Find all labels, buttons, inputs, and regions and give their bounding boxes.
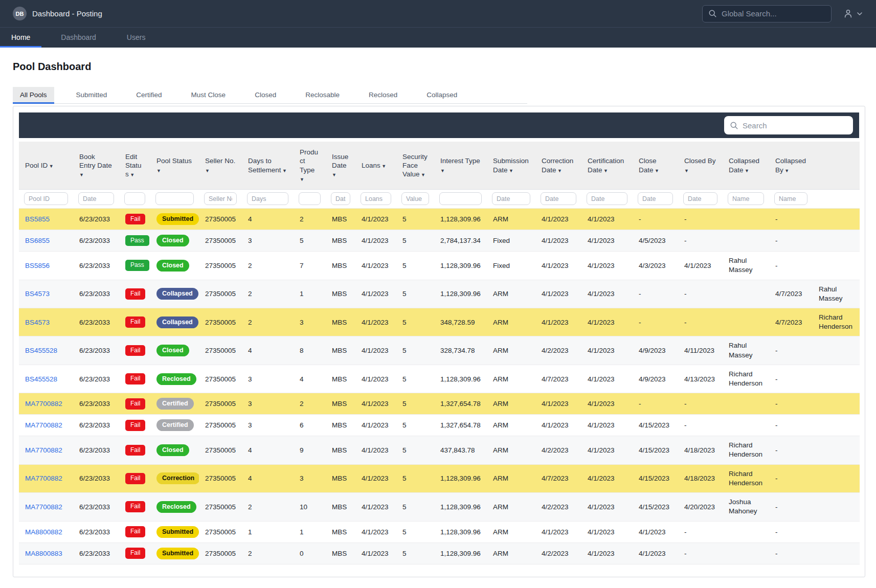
col-header-pool-status[interactable]: Pool Status ▼ [150, 142, 199, 190]
sort-icon[interactable]: ▼ [783, 168, 789, 173]
pool-id-link[interactable]: BS455528 [25, 375, 57, 383]
cell: Joshua Mahoney [723, 493, 769, 521]
pool-id-link[interactable]: MA7700882 [25, 503, 62, 511]
sort-icon[interactable]: ▼ [380, 164, 386, 169]
cell: 4/1/2023 [581, 415, 633, 436]
sort-icon[interactable]: ▼ [744, 168, 749, 173]
pool-id-link[interactable]: BS4573 [25, 290, 50, 298]
pool-id-link[interactable]: MA7700882 [25, 474, 62, 482]
sort-icon[interactable]: ▼ [48, 164, 53, 169]
col-header-closed-by[interactable]: Closed By ▼ [678, 142, 723, 190]
col-header-collapsed-date[interactable]: Collapsed Date ▼ [723, 142, 769, 190]
filter-input-col5[interactable] [204, 192, 237, 205]
filter-input-col16[interactable] [683, 192, 717, 205]
filter-input-col2[interactable] [78, 192, 114, 205]
chevron-down-icon[interactable] [857, 11, 863, 17]
user-icon[interactable] [843, 9, 853, 18]
sort-icon[interactable]: ▼ [440, 168, 445, 173]
nav-item-home[interactable]: Home [0, 27, 41, 48]
pool-status-badge: Certified [156, 419, 194, 431]
pool-id-link[interactable]: MA7700882 [25, 421, 62, 429]
sort-icon[interactable]: ▼ [420, 172, 425, 177]
sort-icon[interactable]: ▼ [602, 168, 608, 173]
sort-icon[interactable]: ▼ [79, 172, 84, 177]
pool-id-link[interactable]: BS6855 [25, 237, 50, 244]
filter-input-col3[interactable] [124, 192, 145, 205]
pool-id-link[interactable]: BS5856 [25, 262, 50, 269]
filter-cell [119, 190, 150, 209]
filter-input-col8[interactable] [331, 192, 350, 205]
tab-collapsed[interactable]: Collapsed [419, 87, 464, 103]
tab-all-pools[interactable]: All Pools [13, 87, 54, 104]
sort-icon[interactable]: ▼ [300, 177, 304, 182]
col-header-certification-date[interactable]: Certification Date ▼ [581, 142, 633, 190]
pool-id-link[interactable]: BS455528 [25, 347, 57, 354]
sort-icon[interactable]: ▼ [684, 168, 689, 173]
filter-input-col1[interactable] [24, 192, 68, 205]
app-title: Dashboard - Posting [32, 9, 102, 18]
cell: Fail [119, 542, 150, 564]
col-header-issue-date[interactable]: Issue Date ▼ [326, 142, 355, 190]
table-search-input[interactable] [743, 121, 847, 130]
tab-reclosed[interactable]: Reclosed [362, 87, 405, 103]
cell: 6/23/2033 [73, 393, 119, 415]
filter-input-col12[interactable] [492, 192, 530, 205]
col-header-correction-date[interactable]: Correction Date ▼ [535, 142, 581, 190]
col-header-security-face-value[interactable]: Security Face Value ▼ [396, 142, 434, 190]
sort-icon[interactable]: ▼ [556, 168, 562, 173]
tab-reclosable[interactable]: Reclosable [298, 87, 347, 103]
nav-item-users[interactable]: Users [116, 27, 157, 48]
col-header-submission-date[interactable]: Submission Date ▼ [487, 142, 535, 190]
pool-id-link[interactable]: MA8800883 [25, 550, 62, 557]
sort-icon[interactable]: ▼ [129, 172, 134, 177]
sort-icon[interactable]: ▼ [654, 168, 659, 173]
table-search[interactable] [724, 116, 853, 134]
pool-id-link[interactable]: MA8800882 [25, 528, 62, 536]
col-header-product-type[interactable]: Product Type ▼ [294, 142, 326, 190]
sort-icon[interactable]: ▼ [156, 168, 161, 173]
sort-icon[interactable]: ▼ [332, 172, 336, 177]
tab-certified[interactable]: Certified [129, 87, 169, 103]
filter-input-col11[interactable] [439, 192, 482, 205]
col-header-book-entry-date[interactable]: Book Entry Date ▼ [73, 142, 119, 190]
sort-icon[interactable]: ▼ [281, 168, 287, 173]
sort-icon[interactable]: ▼ [508, 168, 513, 173]
cell: 5 [396, 542, 434, 564]
col-header-pool-id[interactable]: Pool ID ▼ [19, 142, 73, 190]
cell: 5 [396, 521, 434, 542]
tab-must-close[interactable]: Must Close [184, 87, 233, 103]
pool-id-link[interactable]: BS5855 [25, 215, 50, 223]
filter-input-col10[interactable] [401, 192, 429, 205]
cell: 4/1/2023 [535, 308, 581, 336]
cell: Fail [119, 393, 150, 415]
global-search-input[interactable] [722, 9, 825, 18]
filter-input-col7[interactable] [299, 192, 321, 205]
tab-closed[interactable]: Closed [248, 87, 283, 103]
pool-id-link[interactable]: MA7700882 [25, 446, 62, 454]
nav-item-dashboard[interactable]: Dashboard [50, 27, 107, 48]
cell: 4/18/2023 [678, 436, 723, 464]
filter-input-col14[interactable] [587, 192, 627, 205]
pool-id-link[interactable]: MA7700882 [25, 400, 62, 408]
col-header-seller-no[interactable]: Seller No. ▼ [199, 142, 242, 190]
filter-input-col15[interactable] [638, 192, 673, 205]
filter-input-col9[interactable] [361, 192, 391, 205]
col-header-close-date[interactable]: Close Date ▼ [633, 142, 678, 190]
col-header-days-to-settlement[interactable]: Days to Settlement ▼ [242, 142, 294, 190]
filter-input-col6[interactable] [247, 192, 288, 205]
cell [813, 336, 860, 365]
filter-input-col4[interactable] [155, 192, 194, 205]
filter-input-col18[interactable] [774, 192, 807, 205]
filter-input-col13[interactable] [541, 192, 576, 205]
sort-icon[interactable]: ▼ [205, 168, 210, 173]
pool-id-link[interactable]: BS4573 [25, 319, 50, 326]
filter-input-col17[interactable] [728, 192, 764, 205]
cell [813, 393, 860, 415]
col-header-loans[interactable]: Loans ▼ [355, 142, 396, 190]
cell: 5 [396, 415, 434, 436]
col-header-edit-status[interactable]: Edit Status ▼ [119, 142, 150, 190]
tab-submitted[interactable]: Submitted [69, 87, 115, 103]
col-header-collapsed-by[interactable]: Collapsed By ▼ [769, 142, 813, 190]
global-search[interactable] [702, 5, 832, 22]
col-header-interest-type[interactable]: Interest Type ▼ [434, 142, 487, 190]
